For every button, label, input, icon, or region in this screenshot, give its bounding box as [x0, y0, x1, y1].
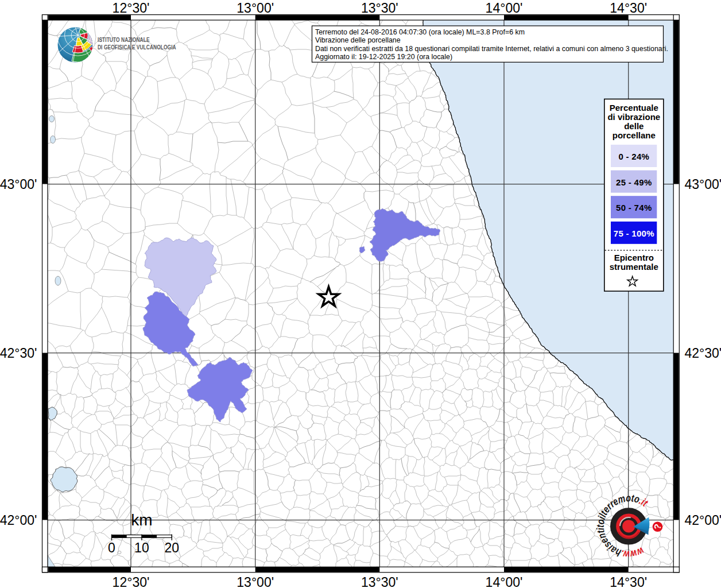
svg-text:0 - 24%: 0 - 24% — [618, 152, 649, 161]
svg-text:12°30': 12°30' — [113, 1, 150, 16]
svg-text:porcellane: porcellane — [613, 130, 656, 140]
svg-text:di vibrazione: di vibrazione — [607, 112, 660, 122]
svg-text:DI GEOFISICA E VULCANOLOGIA: DI GEOFISICA E VULCANOLOGIA — [98, 44, 176, 51]
svg-text:Epicentro: Epicentro — [614, 253, 654, 262]
svg-text:10: 10 — [134, 540, 149, 555]
svg-text:43°00': 43°00' — [685, 177, 721, 192]
svg-text:13°30': 13°30' — [361, 1, 398, 16]
svg-text:12°30': 12°30' — [113, 575, 150, 588]
svg-text:14°30': 14°30' — [610, 1, 647, 16]
svg-text:delle: delle — [624, 121, 644, 131]
svg-text:Vibrazione delle porcellane: Vibrazione delle porcellane — [315, 36, 401, 44]
svg-text:13°00': 13°00' — [237, 575, 274, 588]
svg-text:Aggiornato il: 19-12-2025 19:2: Aggiornato il: 19-12-2025 19:20 (ora loc… — [315, 53, 452, 61]
svg-text:75 - 100%: 75 - 100% — [614, 229, 654, 238]
svg-text:km: km — [131, 511, 152, 529]
svg-text:50 - 74%: 50 - 74% — [616, 203, 652, 212]
svg-text:14°30': 14°30' — [610, 575, 647, 588]
svg-text:14°00': 14°00' — [486, 1, 523, 16]
svg-text:14°00': 14°00' — [486, 575, 523, 588]
svg-text:42°00': 42°00' — [685, 513, 721, 528]
svg-text:13°30': 13°30' — [361, 575, 398, 588]
svg-text:20: 20 — [165, 540, 180, 555]
svg-text:ISTITUTO NAZIONALE: ISTITUTO NAZIONALE — [98, 36, 150, 43]
svg-text:25 - 49%: 25 - 49% — [616, 177, 652, 187]
svg-text:42°30': 42°30' — [0, 346, 37, 361]
svg-text:13°00': 13°00' — [237, 1, 274, 16]
svg-text:42°00': 42°00' — [0, 513, 37, 528]
svg-text:Terremoto del 24-08-2016 04:07: Terremoto del 24-08-2016 04:07:30 (ora l… — [315, 28, 525, 36]
svg-text:0: 0 — [108, 540, 115, 555]
svg-text:Percentuale: Percentuale — [610, 103, 658, 113]
svg-text:43°00': 43°00' — [0, 177, 37, 192]
svg-text:42°30': 42°30' — [685, 346, 721, 361]
svg-text:Dati non verificati estratti d: Dati non verificati estratti da 18 quest… — [315, 45, 668, 53]
svg-text:strumentale: strumentale — [610, 262, 658, 272]
